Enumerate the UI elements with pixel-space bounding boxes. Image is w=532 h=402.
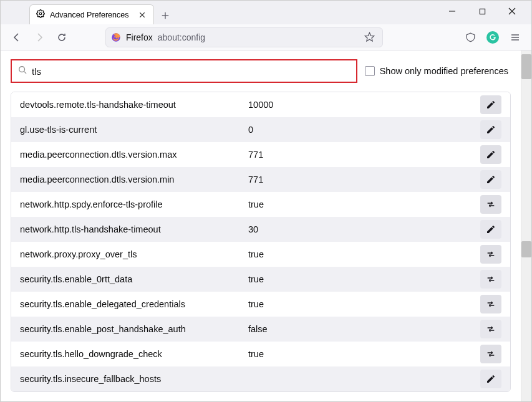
pref-name: network.http.spdy.enforce-tls-profile	[20, 199, 248, 209]
edit-button[interactable]	[480, 120, 501, 139]
pref-name: network.proxy.proxy_over_tls	[20, 249, 248, 259]
url-brand: Firefox	[126, 32, 153, 42]
edit-button[interactable]	[480, 220, 501, 239]
pref-value: 0	[248, 125, 480, 135]
pref-row[interactable]: gl.use-tls-is-current0	[11, 117, 510, 142]
browser-tab[interactable]: Advanced Preferences	[29, 4, 154, 24]
pref-name: devtools.remote.tls-handshake-timeout	[20, 100, 248, 110]
scrollbar-thumb[interactable]	[521, 54, 531, 79]
pref-row[interactable]: media.peerconnection.dtls.version.max771	[11, 142, 510, 167]
pref-row[interactable]: network.http.tls-handshake-timeout30	[11, 217, 510, 242]
pref-row[interactable]: security.tls.insecure_fallback_hosts	[11, 366, 510, 391]
maximize-button[interactable]	[468, 2, 496, 21]
app-menu-button[interactable]	[505, 27, 525, 47]
minimize-button[interactable]	[438, 2, 467, 21]
edit-button[interactable]	[480, 370, 501, 388]
search-icon	[18, 65, 27, 77]
pref-search-box[interactable]	[11, 59, 357, 83]
pref-name: security.tls.enable_post_handshake_auth	[20, 324, 248, 334]
bookmark-star-icon[interactable]	[361, 29, 377, 45]
pref-name: network.http.tls-handshake-timeout	[20, 224, 248, 234]
svg-rect-6	[480, 9, 485, 14]
grammarly-icon	[486, 31, 499, 44]
pref-value: true	[248, 349, 480, 359]
pref-row[interactable]: security.tls.enable_0rtt_datatrue	[11, 267, 510, 292]
pref-row[interactable]: security.tls.enable_post_handshake_authf…	[11, 317, 510, 342]
back-button[interactable]	[7, 27, 27, 47]
pref-name: gl.use-tls-is-current	[20, 125, 248, 135]
pref-row[interactable]: devtools.remote.tls-handshake-timeout100…	[11, 92, 510, 117]
url-path: about:config	[158, 32, 205, 42]
pref-value: true	[248, 199, 480, 209]
checkbox-icon	[365, 66, 375, 76]
pref-name: security.tls.enable_0rtt_data	[20, 274, 248, 284]
pref-row[interactable]: media.peerconnection.dtls.version.min771	[11, 167, 510, 192]
pref-row[interactable]: security.tls.hello_downgrade_checktrue	[11, 342, 510, 366]
new-tab-button[interactable]	[157, 7, 174, 24]
scrollbar-thumb[interactable]	[521, 241, 531, 257]
edit-button[interactable]	[480, 95, 501, 114]
window-controls	[438, 2, 526, 21]
svg-point-14	[19, 67, 25, 72]
svg-marker-10	[365, 32, 374, 41]
pref-name: security.tls.insecure_fallback_hosts	[20, 374, 248, 384]
pref-value: false	[248, 324, 480, 334]
pref-name: security.tls.enable_delegated_credential…	[20, 299, 248, 309]
edit-button[interactable]	[480, 145, 501, 164]
toggle-button[interactable]	[480, 270, 501, 289]
svg-point-0	[39, 12, 42, 15]
extension-icon[interactable]	[483, 27, 503, 47]
scrollbar[interactable]	[521, 50, 531, 401]
pref-value: true	[248, 274, 480, 284]
firefox-icon	[111, 32, 121, 42]
pref-value: true	[248, 299, 480, 309]
pref-name: media.peerconnection.dtls.version.max	[20, 150, 248, 160]
content-area: Show only modified preferences devtools.…	[1, 50, 521, 401]
pref-row[interactable]: network.proxy.proxy_over_tlstrue	[11, 242, 510, 267]
pref-row[interactable]: security.tls.enable_delegated_credential…	[11, 292, 510, 317]
edit-button[interactable]	[480, 170, 501, 189]
pref-value: true	[248, 249, 480, 259]
pocket-icon[interactable]	[460, 27, 480, 47]
forward-button[interactable]	[29, 27, 49, 47]
show-modified-checkbox[interactable]: Show only modified preferences	[365, 66, 511, 76]
reload-button[interactable]	[52, 27, 72, 47]
pref-value: 30	[248, 224, 480, 234]
preferences-table: devtools.remote.tls-handshake-timeout100…	[11, 92, 511, 392]
pref-name: security.tls.hello_downgrade_check	[20, 349, 248, 359]
toggle-button[interactable]	[480, 245, 501, 264]
pref-value: 771	[248, 150, 480, 160]
pref-value: 10000	[248, 100, 480, 110]
toggle-button[interactable]	[480, 345, 501, 363]
toggle-button[interactable]	[480, 320, 501, 338]
close-window-button[interactable]	[498, 2, 526, 21]
tab-title: Advanced Preferences	[50, 11, 132, 19]
pref-row[interactable]: network.http.spdy.enforce-tls-profiletru…	[11, 192, 510, 217]
toggle-button[interactable]	[480, 295, 501, 313]
pref-name: media.peerconnection.dtls.version.min	[20, 175, 248, 184]
url-bar[interactable]: Firefox about:config	[105, 27, 383, 47]
gear-icon	[36, 9, 45, 21]
pref-value: 771	[248, 175, 480, 184]
close-tab-button[interactable]	[137, 10, 147, 20]
titlebar: Advanced Preferences	[1, 1, 531, 24]
svg-line-15	[24, 72, 27, 74]
toggle-button[interactable]	[480, 195, 501, 214]
pref-search-input[interactable]	[32, 66, 350, 77]
toolbar: Firefox about:config	[1, 24, 531, 50]
checkbox-label: Show only modified preferences	[380, 66, 508, 76]
